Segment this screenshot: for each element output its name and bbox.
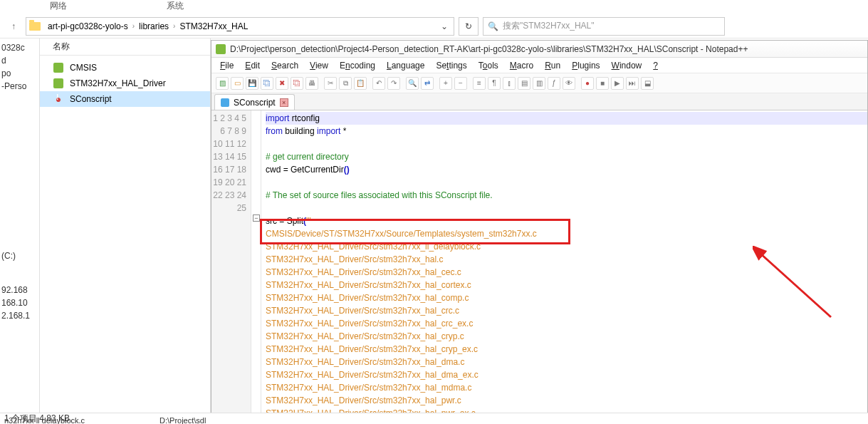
breadcrumb-box[interactable]: art-pi-gc0328c-yolo-s › libraries › STM3…	[26, 17, 454, 36]
zoom-out-icon[interactable]: −	[454, 77, 467, 90]
indent-guide-icon[interactable]: ⫿	[503, 77, 516, 90]
tab-sconscript[interactable]: SConscript ×	[214, 94, 295, 110]
menu-window[interactable]: Window	[607, 59, 647, 72]
close-all-icon[interactable]: ⿻	[291, 77, 303, 90]
up-dir-button[interactable]: ↑	[6, 19, 21, 34]
fold-minus-icon[interactable]: −	[253, 214, 260, 222]
address-bar: ↑ art-pi-gc0328c-yolo-s › libraries › ST…	[0, 14, 868, 38]
crumb-hal[interactable]: STM32H7xx_HAL	[177, 20, 251, 33]
save-macro-icon[interactable]: ⬓	[641, 77, 654, 90]
menu-settings[interactable]: Settings	[432, 59, 471, 72]
line-numbers: 1 2 3 4 5 6 7 8 9 10 11 12 13 14 15 16 1…	[211, 110, 251, 423]
folder-margin-icon[interactable]: ▤	[518, 77, 530, 90]
nav-system[interactable]: 系统	[160, 0, 191, 14]
multi-play-icon[interactable]: ⏭	[626, 77, 639, 90]
notepad-window: D:\Project\person_detection\Project4-Per…	[211, 40, 868, 424]
crumb-libraries[interactable]: libraries	[136, 20, 172, 33]
search-icon: 🔍	[488, 21, 498, 31]
check-icon	[53, 78, 63, 88]
list-item[interactable]: SConscript	[40, 91, 210, 107]
tab-label: SConscript	[234, 98, 276, 108]
save-all-icon[interactable]: ⿻	[261, 77, 273, 90]
status-path: D:\Project\sdl	[160, 416, 206, 424]
menu-search[interactable]: Search	[267, 59, 303, 72]
item-label: CMSIS	[70, 63, 97, 73]
list-item[interactable]: STM32H7xx_HAL_Driver	[40, 76, 210, 91]
undo-icon[interactable]: ↶	[372, 77, 385, 90]
print-icon[interactable]: 🖶	[305, 77, 318, 90]
record-macro-icon[interactable]: ●	[581, 77, 594, 90]
refresh-button[interactable]: ↻	[459, 17, 479, 36]
new-file-icon[interactable]: ▨	[216, 77, 229, 90]
menu-language[interactable]: Language	[382, 59, 429, 72]
menu-bar: File Edit Search View Encoding Language …	[211, 58, 867, 73]
chevron-right-icon: ›	[173, 22, 175, 30]
menu-macro[interactable]: Macro	[506, 59, 538, 72]
npp-titlebar[interactable]: D:\Project\person_detection\Project4-Per…	[211, 41, 867, 58]
tab-close-icon[interactable]: ×	[280, 98, 288, 107]
check-icon	[53, 63, 63, 73]
status-bar: 1 个项目 4.83 KB	[0, 413, 868, 424]
close-icon[interactable]: ✖	[276, 77, 288, 90]
menu-tools[interactable]: Tools	[474, 59, 503, 72]
find-icon[interactable]: 🔍	[406, 77, 419, 90]
item-label: STM32H7xx_HAL_Driver	[70, 78, 166, 88]
monitor-icon[interactable]: 👁	[563, 77, 575, 90]
warning-icon	[53, 93, 64, 105]
copy-icon[interactable]: ⧉	[339, 77, 352, 90]
menu-edit[interactable]: Edit	[241, 59, 264, 72]
nav-network[interactable]: 网络	[43, 0, 74, 14]
nav-tabs: 网络 系统	[0, 0, 868, 14]
nav-tree[interactable]: 0328c d po -Perso (C:) 92.168 168.10 2.1…	[0, 38, 40, 413]
folder-icon	[29, 22, 41, 31]
search-box[interactable]: 🔍 搜索"STM32H7xx_HAL"	[483, 17, 725, 36]
editor-area[interactable]: 1 2 3 4 5 6 7 8 9 10 11 12 13 14 15 16 1…	[211, 110, 867, 423]
show-all-chars-icon[interactable]: ¶	[488, 77, 501, 90]
item-label: SConscript	[70, 94, 112, 104]
column-header-name[interactable]: 名称	[40, 38, 210, 56]
menu-help[interactable]: ?	[649, 59, 662, 72]
redo-icon[interactable]: ↷	[387, 77, 400, 90]
crumb-root[interactable]: art-pi-gc0328c-yolo-s	[45, 20, 131, 33]
play-macro-icon[interactable]: ▶	[611, 77, 624, 90]
doc-map-icon[interactable]: ▥	[533, 77, 545, 90]
menu-file[interactable]: File	[216, 59, 238, 72]
tab-bar: SConscript ×	[211, 93, 867, 110]
menu-run[interactable]: Run	[540, 59, 565, 72]
search-placeholder: 搜索"STM32H7xx_HAL"	[503, 20, 595, 32]
func-list-icon[interactable]: ƒ	[548, 77, 560, 90]
wordwrap-icon[interactable]: ≡	[473, 77, 486, 90]
list-item[interactable]: CMSIS	[40, 60, 210, 76]
window-title: D:\Project\person_detection\Project4-Per…	[230, 44, 748, 54]
cut-icon[interactable]: ✂	[324, 77, 337, 90]
menu-plugins[interactable]: Plugins	[568, 59, 604, 72]
paste-icon[interactable]: 📋	[354, 77, 367, 90]
file-icon	[221, 98, 229, 107]
file-list-pane: 名称 CMSIS STM32H7xx_HAL_Driver SConscript	[40, 38, 211, 413]
menu-encoding[interactable]: Encoding	[335, 59, 380, 72]
fold-margin[interactable]: −	[251, 110, 261, 423]
open-file-icon[interactable]: ▭	[231, 77, 244, 90]
stop-macro-icon[interactable]: ■	[596, 77, 609, 90]
code-text[interactable]: import rtconfigfrom building import * # …	[261, 110, 867, 423]
save-icon[interactable]: 💾	[246, 77, 258, 90]
address-dropdown[interactable]: ⌄	[438, 21, 451, 31]
replace-icon[interactable]: ⇄	[421, 77, 434, 90]
menu-view[interactable]: View	[305, 59, 333, 72]
chevron-right-icon: ›	[132, 22, 135, 30]
notepadpp-icon	[216, 44, 226, 54]
status-file: n32h7xx ll delayblock.c	[0, 416, 89, 424]
toolbar: ▨ ▭ 💾 ⿻ ✖ ⿻ 🖶 ✂ ⧉ 📋 ↶ ↷ 🔍 ⇄ + − ≡ ¶ ⫿ ▤ …	[211, 73, 867, 93]
zoom-in-icon[interactable]: +	[439, 77, 452, 90]
